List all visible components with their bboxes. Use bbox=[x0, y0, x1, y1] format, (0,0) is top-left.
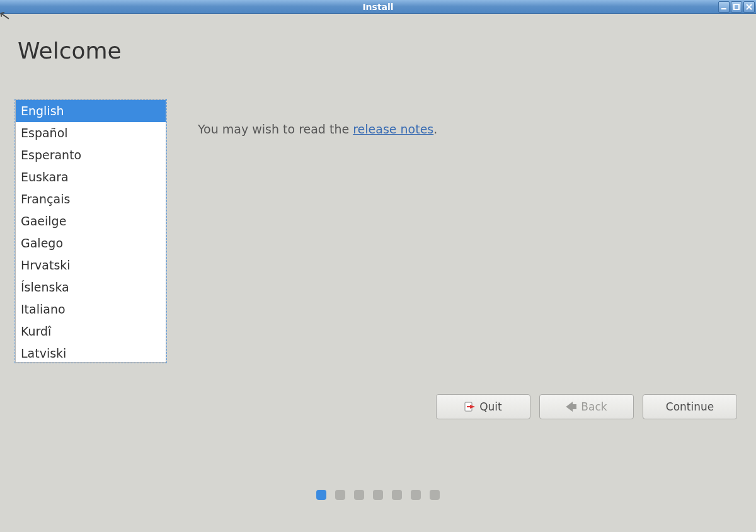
svg-rect-1 bbox=[734, 4, 739, 9]
continue-label: Continue bbox=[666, 400, 714, 413]
maximize-button[interactable] bbox=[731, 1, 742, 13]
language-option[interactable]: Español bbox=[16, 122, 166, 144]
release-notes-hint: You may wish to read the release notes. bbox=[198, 122, 437, 136]
language-listbox[interactable]: EnglishEspañolEsperantoEuskaraFrançaisGa… bbox=[15, 99, 166, 363]
language-option[interactable]: Gaeilge bbox=[16, 210, 166, 232]
quit-button[interactable]: Quit bbox=[436, 394, 530, 419]
progress-dots bbox=[316, 490, 440, 500]
progress-dot bbox=[373, 490, 383, 500]
back-label: Back bbox=[581, 400, 607, 413]
language-option[interactable]: Esperanto bbox=[16, 144, 166, 166]
language-option[interactable]: Latviski bbox=[16, 342, 166, 362]
minimize-button[interactable] bbox=[718, 1, 730, 13]
language-option[interactable]: Kurdî bbox=[16, 320, 166, 342]
hint-prefix: You may wish to read the bbox=[198, 122, 353, 136]
progress-dot bbox=[316, 490, 326, 500]
continue-button[interactable]: Continue bbox=[643, 394, 737, 419]
language-option[interactable]: Hrvatski bbox=[16, 254, 166, 276]
page-title: Welcome bbox=[18, 38, 122, 64]
arrow-left-icon bbox=[566, 401, 577, 412]
language-option[interactable]: Galego bbox=[16, 232, 166, 254]
progress-dot bbox=[411, 490, 421, 500]
quit-icon bbox=[464, 401, 476, 412]
back-button[interactable]: Back bbox=[539, 394, 634, 419]
language-option[interactable]: Euskara bbox=[16, 166, 166, 188]
svg-rect-6 bbox=[467, 406, 472, 407]
language-option[interactable]: Français bbox=[16, 188, 166, 210]
wizard-buttons: Quit Back Continue bbox=[436, 394, 737, 419]
svg-marker-7 bbox=[567, 403, 576, 410]
progress-dot bbox=[335, 490, 345, 500]
progress-dot bbox=[430, 490, 440, 500]
language-list-scroll[interactable]: EnglishEspañolEsperantoEuskaraFrançaisGa… bbox=[16, 100, 166, 362]
window-title: Install bbox=[362, 2, 393, 12]
installer-page: Welcome EnglishEspañolEsperantoEuskaraFr… bbox=[0, 14, 756, 532]
language-option[interactable]: Íslenska bbox=[16, 276, 166, 298]
progress-dot bbox=[354, 490, 364, 500]
window-controls bbox=[718, 1, 755, 13]
window-titlebar: Install bbox=[0, 0, 756, 14]
language-option[interactable]: Italiano bbox=[16, 298, 166, 320]
quit-label: Quit bbox=[479, 400, 502, 413]
release-notes-link[interactable]: release notes bbox=[353, 122, 433, 136]
progress-dot bbox=[392, 490, 402, 500]
hint-suffix: . bbox=[433, 122, 437, 136]
close-button[interactable] bbox=[743, 1, 755, 13]
language-option[interactable]: English bbox=[16, 100, 166, 122]
